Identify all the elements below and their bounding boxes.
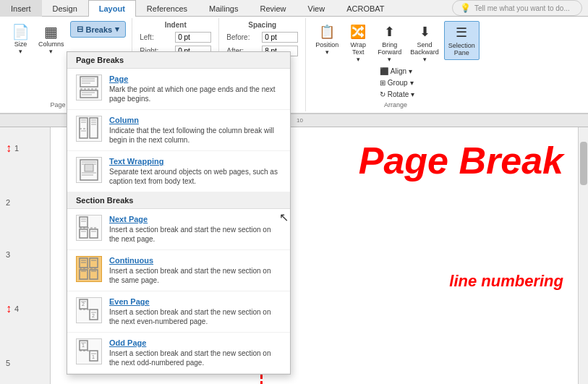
page-breaks-title: Page Breaks: [67, 52, 290, 69]
line-num-label-1: 1: [14, 144, 19, 153]
send-backward-icon: ⬇: [419, 24, 430, 40]
scrollbar[interactable]: [578, 127, 588, 384]
breaks-dropdown-icon: ▾: [115, 25, 119, 34]
align-group-buttons: ⬛ Align ▾ ⊞ Group ▾ ↻ Rotate ▾: [377, 66, 417, 100]
line-number-2: 2: [6, 198, 44, 207]
breaks-icon: ⊟: [77, 25, 83, 34]
size-dropdown-icon: ▾: [19, 48, 22, 55]
break-textwrap-icon: [76, 157, 102, 183]
break-continuous-icon: [76, 256, 102, 282]
group-icon: ⊞: [380, 79, 385, 87]
break-oddpage-title: Odd Page: [109, 338, 281, 347]
rotate-icon: ↻: [380, 90, 385, 98]
arrange-group: 📋 Position ▾ 🔀 Wrap Text ▾ ⬆ Bring Forwa…: [306, 18, 485, 111]
line-num-label-4: 4: [14, 304, 19, 313]
size-label: Size: [14, 40, 27, 48]
breaks-dropdown: Page Breaks Page Mark the point at which…: [67, 51, 291, 375]
break-page-item[interactable]: Page Mark the point at which one page en…: [67, 69, 290, 110]
indent-left-input[interactable]: [175, 32, 211, 43]
break-nextpage-item[interactable]: Next Page Insert a section break and sta…: [67, 209, 290, 250]
columns-label: Columns: [38, 40, 64, 48]
svg-rect-26: [90, 229, 98, 238]
tab-insert[interactable]: Insert: [0, 0, 42, 17]
ribbon: Insert Design Layout References Mailings…: [0, 0, 588, 114]
scrollbar-thumb[interactable]: [580, 142, 587, 185]
break-textwrap-item[interactable]: Text Wrapping Separate text around objec…: [67, 151, 290, 192]
tell-me-bar[interactable]: 💡 Tell me what you want to do...: [452, 0, 582, 16]
send-backward-dropdown-icon: ▾: [423, 56, 427, 63]
svg-text:2: 2: [82, 302, 85, 307]
break-continuous-content: Continuous Insert a section break and st…: [109, 256, 281, 285]
tab-layout[interactable]: Layout: [88, 0, 136, 17]
size-icon: 📄: [12, 23, 30, 40]
tab-acrobat[interactable]: ACROBAT: [336, 0, 395, 17]
svg-text:1: 1: [92, 354, 95, 359]
send-backward-button[interactable]: ⬇ Send Backward ▾: [406, 21, 443, 66]
arrange-group-label: Arrange: [384, 100, 407, 108]
indent-left-label: Left:: [140, 33, 172, 41]
bring-forward-button[interactable]: ⬆ Bring Forward ▾: [374, 21, 405, 66]
bring-forward-label: Bring Forward: [378, 41, 401, 56]
break-oddpage-item[interactable]: 1 1 Odd Page Insert a section break and …: [67, 333, 290, 374]
line-number-1: ↕ 1: [6, 142, 44, 155]
position-icon: 📋: [319, 24, 335, 40]
columns-button[interactable]: ▦ Columns ▾: [35, 21, 67, 57]
break-column-item[interactable]: Column Indicate that the text following …: [67, 110, 290, 151]
group-dropdown-icon: ▾: [410, 79, 414, 87]
break-column-icon: [76, 116, 102, 142]
break-continuous-item[interactable]: Continuous Insert a section break and st…: [67, 250, 290, 291]
break-nextpage-content: Next Page Insert a section break and sta…: [109, 215, 281, 244]
align-label: Align: [391, 67, 406, 75]
wrap-text-button[interactable]: 🔀 Wrap Text ▾: [344, 21, 372, 66]
mouse-cursor: ↖: [279, 210, 289, 224]
tab-mailings[interactable]: Mailings: [198, 0, 249, 17]
rotate-dropdown-icon: ▾: [411, 90, 414, 98]
break-evenpage-item[interactable]: 2 2 Even Page Insert a section break and…: [67, 291, 290, 333]
break-page-desc: Mark the point at which one page ends an…: [109, 85, 281, 103]
selection-pane-button[interactable]: ☰ Selection Pane: [444, 21, 480, 60]
section-breaks-title: Section Breaks: [67, 192, 290, 209]
line-num-label-3: 3: [6, 250, 10, 259]
break-evenpage-icon: 2 2: [76, 297, 102, 323]
break-oddpage-desc: Insert a section break and start the new…: [109, 349, 281, 367]
tab-design[interactable]: Design: [42, 0, 88, 17]
tab-review[interactable]: Review: [249, 0, 297, 17]
align-button[interactable]: ⬛ Align ▾: [377, 66, 417, 77]
break-nextpage-icon: [76, 215, 102, 241]
break-column-title: Column: [109, 116, 281, 124]
break-textwrap-content: Text Wrapping Separate text around objec…: [109, 157, 281, 186]
position-button[interactable]: 📋 Position ▾: [312, 21, 342, 59]
svg-rect-24: [80, 217, 88, 227]
break-page-content: Page Mark the point at which one page en…: [109, 74, 281, 103]
breaks-button[interactable]: ⊟ Breaks ▾: [70, 21, 127, 38]
break-page-icon: [76, 74, 102, 101]
spacing-before-label: Before:: [226, 33, 259, 41]
align-icon: ⬛: [380, 67, 388, 75]
break-nextpage-title: Next Page: [109, 215, 281, 223]
break-textwrap-desc: Separate text around objects on web page…: [109, 167, 281, 186]
columns-icon: ▦: [44, 23, 58, 40]
break-column-desc: Indicate that the text following the col…: [109, 126, 281, 145]
wrap-text-label: Wrap Text: [351, 41, 366, 56]
tab-view[interactable]: View: [297, 0, 336, 17]
wrap-text-icon: 🔀: [350, 24, 366, 40]
spacing-before-input[interactable]: [262, 32, 298, 43]
tab-references[interactable]: References: [136, 0, 198, 17]
line-num-label-2: 2: [6, 198, 10, 207]
svg-rect-18: [85, 164, 93, 171]
ruler-mark-10: 10: [297, 117, 303, 124]
rotate-button[interactable]: ↻ Rotate ▾: [377, 89, 417, 100]
svg-rect-0: [80, 77, 98, 87]
size-button[interactable]: 📄 Size ▾: [9, 21, 33, 57]
break-textwrap-title: Text Wrapping: [109, 157, 281, 166]
arrange-buttons: 📋 Position ▾ 🔀 Wrap Text ▾ ⬆ Bring Forwa…: [312, 21, 480, 66]
selection-pane-label: Selection Pane: [448, 42, 475, 56]
svg-rect-2: [80, 90, 98, 98]
lightbulb-icon: 💡: [460, 3, 471, 13]
position-dropdown-icon: ▾: [325, 48, 329, 56]
indent-label: Indent: [165, 21, 187, 29]
break-continuous-title: Continuous: [109, 256, 281, 265]
spacing-label-top: Spacing: [248, 21, 276, 29]
svg-rect-25: [80, 229, 88, 238]
group-button[interactable]: ⊞ Group ▾: [377, 77, 417, 88]
